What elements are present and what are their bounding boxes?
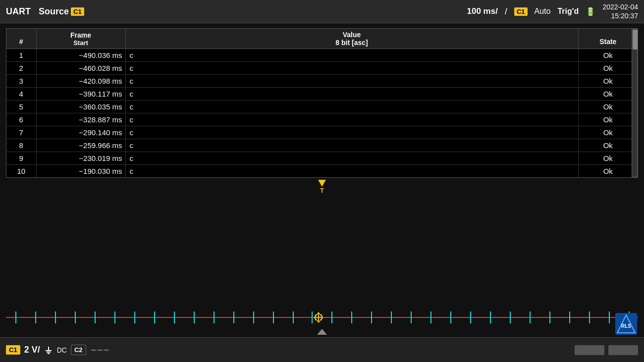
source-channel-badge[interactable]: C1 — [71, 7, 84, 16]
cell-state: Ok — [578, 62, 638, 75]
cell-value: c — [125, 101, 578, 113]
col-header-value: Value 8 bit [asc] — [125, 29, 578, 49]
cell-num: 1 — [6, 49, 36, 62]
cell-num: 6 — [6, 113, 36, 126]
cell-num: 3 — [6, 75, 36, 88]
col-header-state: State — [578, 29, 638, 49]
table-row: 9 −230.019 ms c Ok — [6, 152, 638, 165]
cell-num: 2 — [6, 62, 36, 75]
col-value-top-label: Value — [130, 31, 574, 39]
cell-value: c — [125, 88, 578, 101]
trigger-T-label: T — [320, 187, 324, 194]
cell-value: c — [125, 139, 578, 152]
trigger-mode-label: Auto — [535, 7, 551, 16]
header-bar: UART Source C1 100 ms/ / C1 Auto Trig'd … — [0, 0, 644, 23]
col-value-sub-label: 8 bit [asc] — [130, 39, 574, 47]
table-row: 10 −190.030 ms c Ok — [6, 165, 638, 178]
coupling-label: DC — [57, 346, 67, 354]
cell-start: −328.887 ms — [36, 113, 125, 126]
cell-value: c — [125, 62, 578, 75]
col-frame-top-label: Frame — [41, 31, 121, 39]
cell-value: c — [125, 165, 578, 178]
col-header-num: # — [6, 29, 36, 49]
timescale-display: 100 ms/ — [467, 6, 498, 16]
cell-start: −190.030 ms — [36, 165, 125, 178]
trigger-channel-badge[interactable]: C1 — [514, 7, 528, 16]
battery-icon: 🔋 — [586, 7, 595, 16]
svg-text:RLS: RLS — [621, 323, 631, 329]
cell-value: c — [125, 126, 578, 139]
cell-state: Ok — [578, 113, 638, 126]
uart-data-table: # Frame Start Value 8 bit [asc] State 1 … — [6, 29, 638, 177]
cell-state: Ok — [578, 126, 638, 139]
table-row: 3 −420.098 ms c Ok — [6, 75, 638, 88]
waveform-area: T — [6, 178, 638, 337]
cell-start: −360.035 ms — [36, 101, 125, 113]
table-row: 1 −490.036 ms c Ok — [6, 49, 638, 62]
cell-num: 8 — [6, 139, 36, 152]
cell-state: Ok — [578, 88, 638, 101]
data-table-container: # Frame Start Value 8 bit [asc] State 1 … — [6, 28, 638, 178]
table-row: 8 −259.966 ms c Ok — [6, 139, 638, 152]
channel1-badge[interactable]: C1 — [6, 345, 20, 355]
scrollbar-thumb[interactable] — [633, 30, 638, 50]
cell-state: Ok — [578, 49, 638, 62]
table-scrollbar[interactable] — [632, 29, 638, 177]
cell-value: c — [125, 49, 578, 62]
header-right: 100 ms/ / C1 Auto Trig'd 🔋 2022-02-04 15… — [467, 2, 639, 20]
channel2-waveform-icon: ∼∼∼ — [90, 345, 109, 355]
cell-start: −290.140 ms — [36, 126, 125, 139]
cell-start: −460.028 ms — [36, 62, 125, 75]
cell-value: c — [125, 152, 578, 165]
volts-per-div: 2 V/ — [24, 345, 40, 355]
trigger-marker: T — [318, 180, 326, 194]
uart-label: UART — [6, 6, 31, 17]
table-row: 4 −390.117 ms c Ok — [6, 88, 638, 101]
status-bar: C1 2 V/ DC C2 ∼∼∼ — [0, 337, 644, 362]
cell-num: 5 — [6, 101, 36, 113]
cell-state: Ok — [578, 101, 638, 113]
cell-start: −420.098 ms — [36, 75, 125, 88]
cell-num: 7 — [6, 126, 36, 139]
rls-logo: RLS — [615, 313, 637, 335]
bottom-triangle-indicator — [317, 329, 327, 335]
source-label: Source — [39, 6, 69, 17]
horizontal-scroll-left[interactable] — [575, 345, 604, 355]
cell-state: Ok — [578, 139, 638, 152]
ground-symbol-icon — [44, 345, 53, 355]
waveform-svg — [6, 303, 638, 332]
col-frame-sub-label: Start — [41, 39, 121, 47]
trigger-arrow-icon — [318, 180, 326, 187]
channel2-badge[interactable]: C2 — [71, 345, 86, 355]
table-row: 6 −328.887 ms c Ok — [6, 113, 638, 126]
main-area: # Frame Start Value 8 bit [asc] State 1 … — [0, 23, 644, 337]
datetime-display: 2022-02-04 15:20:37 — [602, 2, 638, 20]
cell-start: −259.966 ms — [36, 139, 125, 152]
horizontal-scroll-right[interactable] — [608, 345, 638, 355]
table-row: 7 −290.140 ms c Ok — [6, 126, 638, 139]
trigger-slope-icon: / — [505, 6, 507, 17]
cell-state: Ok — [578, 75, 638, 88]
cell-start: −230.019 ms — [36, 152, 125, 165]
triggered-status: Trig'd — [557, 7, 579, 16]
cell-num: 9 — [6, 152, 36, 165]
cell-start: −490.036 ms — [36, 49, 125, 62]
cell-state: Ok — [578, 165, 638, 178]
cell-state: Ok — [578, 152, 638, 165]
cell-value: c — [125, 113, 578, 126]
cell-value: c — [125, 75, 578, 88]
cell-num: 10 — [6, 165, 36, 178]
table-body: 1 −490.036 ms c Ok 2 −460.028 ms c Ok 3 … — [6, 49, 638, 178]
cell-start: −390.117 ms — [36, 88, 125, 101]
table-row: 2 −460.028 ms c Ok — [6, 62, 638, 75]
table-row: 5 −360.035 ms c Ok — [6, 101, 638, 113]
col-header-frame: Frame Start — [36, 29, 125, 49]
cell-num: 4 — [6, 88, 36, 101]
